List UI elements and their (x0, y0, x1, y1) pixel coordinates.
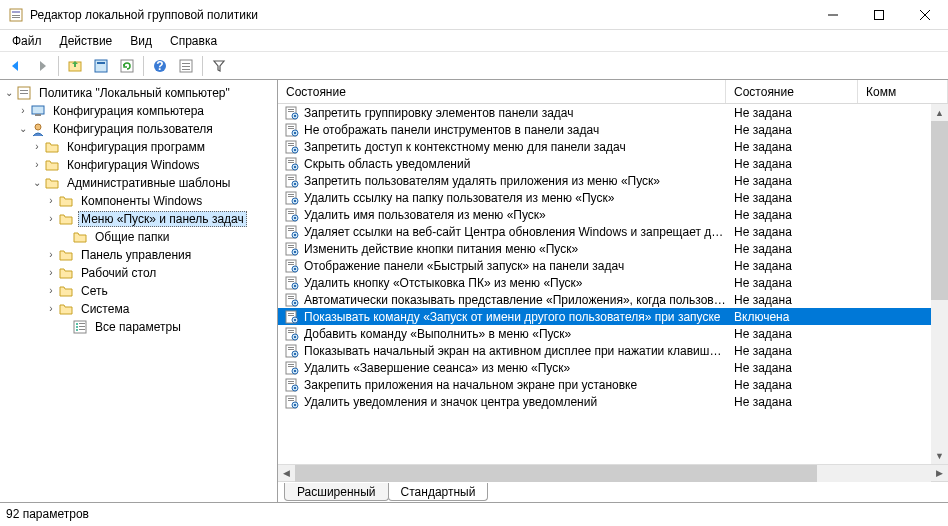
filter-button[interactable] (207, 54, 231, 78)
up-button[interactable] (63, 54, 87, 78)
vertical-scrollbar[interactable]: ▲ ▼ (931, 104, 948, 464)
svg-rect-117 (288, 398, 294, 399)
scroll-down-icon[interactable]: ▼ (931, 447, 948, 464)
list-row[interactable]: Скрыть область уведомленийНе задана (278, 155, 948, 172)
svg-rect-93 (288, 315, 294, 316)
scroll-thumb[interactable] (295, 465, 817, 482)
collapse-icon[interactable]: ⌄ (2, 88, 16, 98)
list-row[interactable]: Показывать начальный экран на активном д… (278, 342, 948, 359)
tab-standard[interactable]: Стандартный (388, 483, 489, 501)
list-row[interactable]: Закрепить приложения на начальном экране… (278, 376, 948, 393)
column-header-state-l[interactable]: Состояние (278, 80, 726, 103)
list-cell-name: Добавить команду «Выполнить» в меню «Пус… (304, 327, 726, 341)
tree-start-taskbar[interactable]: › Меню «Пуск» и панель задач (2, 210, 275, 228)
maximize-button[interactable] (856, 0, 902, 30)
scroll-left-icon[interactable]: ◀ (278, 465, 295, 482)
svg-text:?: ? (156, 59, 163, 73)
svg-rect-90 (294, 302, 296, 304)
collapse-icon[interactable]: ⌄ (16, 124, 30, 134)
svg-rect-105 (294, 353, 296, 355)
list-row[interactable]: Удалить имя пользователя из меню «Пуск»Н… (278, 206, 948, 223)
column-header-state-r[interactable]: Состояние (726, 80, 858, 103)
list-row[interactable]: Запретить пользователям удалять приложен… (278, 172, 948, 189)
svg-rect-45 (294, 149, 296, 151)
list-cell-state: Не задана (726, 293, 858, 307)
tree-user-cfg[interactable]: ⌄ Конфигурация пользователя (2, 120, 275, 138)
expand-icon[interactable]: › (44, 268, 58, 278)
list-cell-name: Скрыть область уведомлений (304, 157, 726, 171)
tree-control-panel[interactable]: › Панель управления (2, 246, 275, 264)
back-button[interactable] (4, 54, 28, 78)
svg-rect-22 (35, 114, 41, 116)
properties-button[interactable] (89, 54, 113, 78)
expand-icon[interactable]: › (44, 214, 58, 224)
minimize-button[interactable] (810, 0, 856, 30)
list-row[interactable]: Автоматически показывать представление «… (278, 291, 948, 308)
tree-admin-tmpl[interactable]: ⌄ Административные шаблоны (2, 174, 275, 192)
horizontal-scrollbar[interactable]: ◀ ▶ (278, 464, 948, 481)
folder-icon (58, 283, 74, 299)
user-icon (30, 121, 46, 137)
list-row[interactable]: Запретить доступ к контекстному меню для… (278, 138, 948, 155)
list-cell-name: Отображение панели «Быстрый запуск» на п… (304, 259, 726, 273)
scroll-up-icon[interactable]: ▲ (931, 104, 948, 121)
list-cell-state: Не задана (726, 361, 858, 375)
list-row[interactable]: Не отображать панели инструментов в пане… (278, 121, 948, 138)
list-row[interactable]: Показывать команду «Запуск от имени друг… (278, 308, 948, 325)
tree-computer-cfg[interactable]: › Конфигурация компьютера (2, 102, 275, 120)
close-button[interactable] (902, 0, 948, 30)
forward-button[interactable] (30, 54, 54, 78)
list-cell-name: Показывать начальный экран на активном д… (304, 344, 726, 358)
help-button[interactable]: ? (148, 54, 172, 78)
menu-help[interactable]: Справка (162, 32, 225, 50)
svg-rect-1 (12, 11, 20, 13)
refresh-button[interactable] (115, 54, 139, 78)
scroll-right-icon[interactable]: ▶ (931, 465, 948, 482)
tree-all-params[interactable]: · Все параметры (2, 318, 275, 336)
list-row[interactable]: Удалить уведомления и значок центра увед… (278, 393, 948, 410)
list-row[interactable]: Изменить действие кнопки питания меню «П… (278, 240, 948, 257)
folder-icon (58, 301, 74, 317)
list-header: Состояние Состояние Комм (278, 80, 948, 104)
list-cell-name: Удаляет ссылки на веб-сайт Центра обновл… (304, 225, 726, 239)
list-row[interactable]: Удалить ссылку на папку пользователя из … (278, 189, 948, 206)
expand-icon[interactable]: › (16, 106, 30, 116)
collapse-icon[interactable]: ⌄ (30, 178, 44, 188)
tree-prog-cfg[interactable]: › Конфигурация программ (2, 138, 275, 156)
list-body[interactable]: Запретить группировку элементов панели з… (278, 104, 948, 464)
list-cell-state: Не задана (726, 191, 858, 205)
tree-win-components[interactable]: › Компоненты Windows (2, 192, 275, 210)
expand-icon[interactable]: › (44, 250, 58, 260)
tree-pane[interactable]: ⌄ Политика "Локальный компьютер" › Конфи… (0, 80, 278, 502)
svg-rect-103 (288, 349, 294, 350)
menu-file[interactable]: Файл (4, 32, 50, 50)
policy-item-icon (284, 343, 300, 359)
list-row[interactable]: Отображение панели «Быстрый запуск» на п… (278, 257, 948, 274)
menu-view[interactable]: Вид (122, 32, 160, 50)
expand-icon[interactable]: › (44, 304, 58, 314)
svg-rect-5 (875, 10, 884, 19)
tree-shared-folders[interactable]: · Общие папки (2, 228, 275, 246)
list-row[interactable]: Удаляет ссылки на веб-сайт Центра обновл… (278, 223, 948, 240)
options-button[interactable] (174, 54, 198, 78)
tree-desktop[interactable]: › Рабочий стол (2, 264, 275, 282)
expand-icon[interactable]: › (30, 160, 44, 170)
tab-extended[interactable]: Расширенный (284, 483, 389, 501)
svg-point-26 (76, 326, 78, 328)
expand-icon[interactable]: › (44, 286, 58, 296)
tree-network[interactable]: › Сеть (2, 282, 275, 300)
expand-icon[interactable]: › (30, 142, 44, 152)
tree-win-cfg[interactable]: › Конфигурация Windows (2, 156, 275, 174)
list-row[interactable]: Добавить команду «Выполнить» в меню «Пус… (278, 325, 948, 342)
list-row[interactable]: Удалить кнопку «Отстыковка ПК» из меню «… (278, 274, 948, 291)
window-title: Редактор локальной групповой политики (30, 8, 810, 22)
scroll-thumb[interactable] (931, 121, 948, 300)
menu-action[interactable]: Действие (52, 32, 121, 50)
tree-root[interactable]: ⌄ Политика "Локальный компьютер" (2, 84, 275, 102)
tree-system[interactable]: › Система (2, 300, 275, 318)
list-row[interactable]: Удалить «Завершение сеанса» из меню «Пус… (278, 359, 948, 376)
expand-icon[interactable]: › (44, 196, 58, 206)
svg-rect-20 (20, 93, 28, 94)
column-header-comment[interactable]: Комм (858, 80, 948, 103)
list-row[interactable]: Запретить группировку элементов панели з… (278, 104, 948, 121)
